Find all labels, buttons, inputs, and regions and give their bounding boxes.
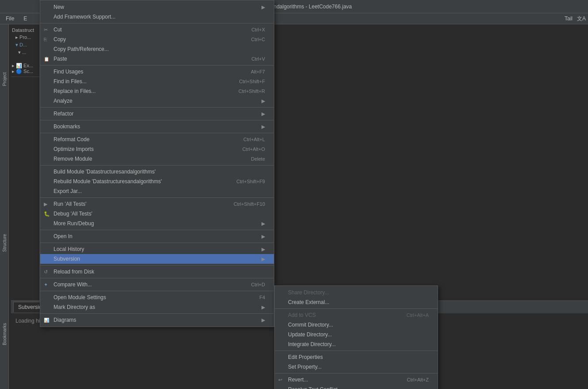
svn-add-to-vcs-shortcut: Ctrl+Alt+A <box>407 312 429 318</box>
build-module-label: Build Module 'Datastructuresandalgorithm… <box>54 169 265 175</box>
menu-item-open-in[interactable]: Open In ▶ <box>40 231 274 241</box>
remove-module-shortcut: Delete <box>251 156 265 162</box>
menu-item-find-usages[interactable]: Find Usages Alt+F7 <box>40 67 274 77</box>
menu-edit[interactable]: E <box>20 15 31 23</box>
svn-add-to-vcs: Add to VCS Ctrl+Alt+A <box>275 310 438 320</box>
sep6 <box>40 165 274 166</box>
cut-icon: ✂ <box>44 27 48 33</box>
menu-item-more-run[interactable]: More Run/Debug ▶ <box>40 219 274 228</box>
copy-shortcut: Ctrl+C <box>251 37 265 42</box>
svn-commit-directory[interactable]: Commit Directory... <box>275 320 438 330</box>
menu-item-subversion[interactable]: Subversion ▶ <box>40 254 274 264</box>
debug-icon: 🐛 <box>44 211 50 217</box>
more-run-label: More Run/Debug <box>54 220 259 227</box>
open-module-settings-label: Open Module Settings <box>54 294 250 300</box>
svn-update-directory[interactable]: Update Directory... <box>275 330 438 339</box>
sep7 <box>40 197 274 198</box>
sep3 <box>40 107 274 108</box>
menu-item-build-module[interactable]: Build Module 'Datastructuresandalgorithm… <box>40 167 274 177</box>
svn-set-property[interactable]: Set Property... <box>275 362 438 372</box>
menu-item-refactor[interactable]: Refactor ▶ <box>40 109 274 119</box>
local-history-arrow: ▶ <box>261 246 265 252</box>
menu-item-replace-files[interactable]: Replace in Files... Ctrl+Shift+R <box>40 86 274 96</box>
project-item-ex[interactable]: ▸ 📊 Ex... <box>12 63 38 69</box>
paste-label: Paste <box>54 56 242 62</box>
menu-item-local-history[interactable]: Local History ▶ <box>40 244 274 254</box>
menu-item-new[interactable]: New ▶ <box>40 2 274 12</box>
menu-item-mark-directory[interactable]: Mark Directory as ▶ <box>40 302 274 312</box>
debug-tests-label: Debug 'All Tests' <box>54 211 265 217</box>
svn-create-external[interactable]: Create External... <box>275 297 438 307</box>
mark-directory-arrow: ▶ <box>261 304 265 310</box>
menu-item-find-files[interactable]: Find in Files... Ctrl+Shift+F <box>40 77 274 86</box>
sep2 <box>40 65 274 65</box>
project-label: Project <box>2 72 7 86</box>
copy-label: Copy <box>54 36 242 42</box>
svn-set-property-label: Set Property... <box>288 364 429 370</box>
svn-sep1 <box>275 308 438 309</box>
analyze-arrow: ▶ <box>261 98 265 104</box>
menu-item-remove-module[interactable]: Remove Module Delete <box>40 154 274 164</box>
menu-item-run-tests[interactable]: ▶ Run 'All Tests' Ctrl+Shift+F10 <box>40 199 274 209</box>
new-arrow: ▶ <box>261 4 265 10</box>
menu-item-rebuild-module[interactable]: Rebuild Module 'Datastructuresandalgorit… <box>40 177 274 186</box>
menu-item-debug-tests[interactable]: 🐛 Debug 'All Tests' <box>40 209 274 219</box>
svn-revert[interactable]: ↩ Revert... Ctrl+Alt+Z <box>275 375 438 385</box>
svn-revert-label: Revert... <box>288 377 398 383</box>
run-icon: ▶ <box>44 201 47 207</box>
sep5 <box>40 133 274 133</box>
svn-sep2 <box>275 350 438 351</box>
menu-item-reformat[interactable]: Reformat Code Ctrl+Alt+L <box>40 135 274 144</box>
sep11 <box>40 278 274 278</box>
diagrams-label: Diagrams <box>54 317 259 323</box>
refactor-arrow: ▶ <box>261 111 265 117</box>
menu-item-copy[interactable]: ⎘ Copy Ctrl+C <box>40 35 274 44</box>
menu-item-analyze[interactable]: Analyze ▶ <box>40 96 274 106</box>
menu-item-optimize[interactable]: Optimize Imports Ctrl+Alt+O <box>40 144 274 154</box>
replace-files-label: Replace in Files... <box>54 88 230 94</box>
project-item-3[interactable]: ▾ D... <box>12 41 38 49</box>
analyze-label: Analyze <box>54 98 259 104</box>
structure-label: Structure <box>2 234 7 252</box>
subversion-arrow: ▶ <box>261 256 265 262</box>
project-item-sc[interactable]: ▸ 🔵 Sc... <box>12 69 38 74</box>
menu-item-compare-with[interactable]: ✦ Compare With... Ctrl+D <box>40 280 274 289</box>
replace-files-shortcut: Ctrl+Shift+R <box>238 89 265 94</box>
sep12 <box>40 291 274 291</box>
menu-item-diagrams[interactable]: 📊 Diagrams ▶ <box>40 315 274 325</box>
project-item-1[interactable]: Datastruct <box>12 27 38 34</box>
left-context-menu: New ▶ Add Framework Support... ✂ Cut Ctr… <box>40 0 274 327</box>
menu-item-cut[interactable]: ✂ Cut Ctrl+X <box>40 25 274 35</box>
svn-revert-shortcut: Ctrl+Alt+Z <box>407 377 429 382</box>
menu-item-add-framework[interactable]: Add Framework Support... <box>40 12 274 22</box>
find-usages-shortcut: Alt+F7 <box>251 69 265 74</box>
compare-with-icon: ✦ <box>44 282 48 288</box>
menu-item-copy-path[interactable]: Copy Path/Reference... <box>40 44 274 54</box>
open-module-settings-shortcut: F4 <box>259 295 265 300</box>
project-item-4[interactable]: ▾ ... <box>12 49 38 56</box>
menu-item-paste[interactable]: 📋 Paste Ctrl+V <box>40 54 274 64</box>
diagrams-arrow: ▶ <box>261 317 265 323</box>
svn-create-external-label: Create External... <box>288 299 429 305</box>
open-in-arrow: ▶ <box>261 234 265 239</box>
svn-share-directory: Share Directory... <box>275 288 438 297</box>
svn-add-to-vcs-label: Add to VCS <box>288 312 398 318</box>
menu-file[interactable]: File <box>2 15 18 23</box>
svn-integrate-directory[interactable]: Integrate Directory... <box>275 339 438 349</box>
run-tests-label: Run 'All Tests' <box>54 201 225 207</box>
project-item-2[interactable]: ▸ Pro... <box>12 34 38 41</box>
mark-directory-label: Mark Directory as <box>54 304 259 310</box>
toolbar-tail: Tail 文A <box>565 15 586 23</box>
paste-shortcut: Ctrl+V <box>251 56 265 62</box>
menu-item-export-jar[interactable]: Export Jar... <box>40 186 274 196</box>
menu-item-open-module-settings[interactable]: Open Module Settings F4 <box>40 293 274 302</box>
menu-item-reload[interactable]: ↺ Reload from Disk <box>40 267 274 277</box>
svn-edit-properties-label: Edit Properties <box>288 354 429 360</box>
cut-shortcut: Ctrl+X <box>251 27 265 32</box>
svn-resolve-conflict[interactable]: Resolve Text Conflict... <box>275 385 438 389</box>
svn-edit-properties[interactable]: Edit Properties <box>275 352 438 362</box>
left-vertical-panel: Project Structure Bookmarks <box>0 24 9 389</box>
run-tests-shortcut: Ctrl+Shift+F10 <box>234 201 265 207</box>
sep8 <box>40 230 274 230</box>
menu-item-bookmarks[interactable]: Bookmarks ▶ <box>40 122 274 131</box>
